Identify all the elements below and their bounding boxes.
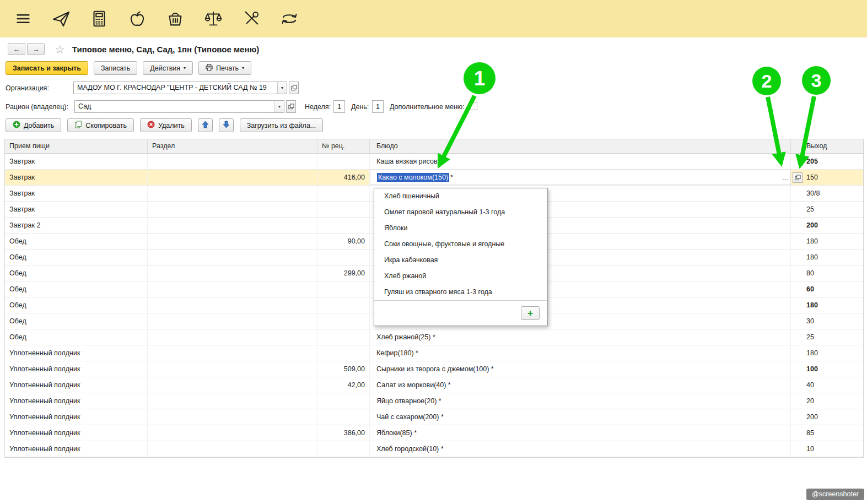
- cell-section[interactable]: [148, 425, 317, 441]
- cell-recipe-number[interactable]: [317, 186, 370, 201]
- cell-output[interactable]: 20: [791, 393, 863, 409]
- table-row[interactable]: Уплотненный полдник Яйцо отварное(20) * …: [5, 393, 863, 409]
- cell-recipe-number[interactable]: [317, 154, 370, 169]
- ration-open-button[interactable]: [286, 100, 296, 113]
- cell-recipe-number[interactable]: [317, 329, 370, 345]
- cell-section[interactable]: [148, 313, 317, 329]
- cell-output[interactable]: 30: [791, 313, 863, 329]
- dropdown-item[interactable]: Гуляш из отварного мяса 1-3 года: [374, 284, 547, 300]
- cell-meal[interactable]: Завтрак: [5, 154, 148, 169]
- cell-output[interactable]: 60: [791, 281, 863, 297]
- additional-menu-checkbox[interactable]: [469, 102, 477, 110]
- table-row[interactable]: Уплотненный полдник Хлеб городской(10) *…: [5, 441, 863, 457]
- cell-recipe-number[interactable]: 386,00: [317, 425, 370, 441]
- organization-dropdown-icon[interactable]: ▾: [277, 82, 287, 94]
- table-row[interactable]: Завтрак 416,00 Какао с молоком(150) *...…: [5, 170, 863, 186]
- cell-section[interactable]: [148, 250, 317, 265]
- cell-output[interactable]: 40: [791, 377, 863, 393]
- cell-output[interactable]: 180: [791, 250, 863, 265]
- dropdown-item[interactable]: Икра кабачковая: [374, 252, 547, 268]
- cell-output[interactable]: 30/8: [791, 186, 863, 201]
- cell-recipe-number[interactable]: 416,00: [317, 170, 370, 185]
- cell-recipe-number[interactable]: 299,00: [317, 265, 370, 281]
- dropdown-item[interactable]: Соки овощные, фруктовые и ягодные: [374, 236, 547, 252]
- organization-open-button[interactable]: [289, 82, 299, 94]
- cell-section[interactable]: [148, 409, 317, 425]
- send-icon[interactable]: [50, 8, 72, 30]
- cell-section[interactable]: [148, 170, 317, 185]
- delete-row-button[interactable]: Удалить: [140, 118, 192, 132]
- actions-button[interactable]: Действия ▾: [143, 61, 193, 75]
- table-row[interactable]: Завтрак Каша вязкая рисовая 205: [5, 154, 863, 170]
- cell-dish[interactable]: Каша вязкая рисовая: [370, 154, 791, 169]
- cell-recipe-number[interactable]: [317, 393, 370, 409]
- cell-output[interactable]: 85: [791, 425, 863, 441]
- dropdown-item[interactable]: Хлеб пшеничный: [374, 188, 547, 204]
- table-row[interactable]: Уплотненный полдник 386,00 Яблоки(85) * …: [5, 425, 863, 441]
- column-header-output[interactable]: Выход: [791, 139, 863, 153]
- cell-dish[interactable]: Яйцо отварное(20) *: [370, 393, 791, 409]
- cell-meal[interactable]: Уплотненный полдник: [5, 425, 148, 441]
- cell-section[interactable]: [148, 202, 317, 217]
- cell-section[interactable]: [148, 281, 317, 297]
- calculator-icon[interactable]: [88, 8, 110, 30]
- cell-section[interactable]: [148, 329, 317, 345]
- cell-output[interactable]: 180: [791, 297, 863, 313]
- forward-button[interactable]: →: [27, 43, 45, 55]
- cell-output[interactable]: 200: [791, 218, 863, 233]
- cell-meal[interactable]: Уплотненный полдник: [5, 361, 148, 377]
- cell-section[interactable]: [148, 154, 317, 169]
- cell-meal[interactable]: Завтрак: [5, 202, 148, 217]
- choose-dish-button[interactable]: ...: [780, 174, 791, 182]
- cell-recipe-number[interactable]: [317, 218, 370, 233]
- cell-dish[interactable]: Кефир(180) *: [370, 345, 791, 361]
- day-input[interactable]: [372, 100, 384, 113]
- cell-recipe-number[interactable]: 509,00: [317, 361, 370, 377]
- cell-section[interactable]: [148, 265, 317, 281]
- cell-section[interactable]: [148, 234, 317, 249]
- cell-meal[interactable]: Уплотненный полдник: [5, 393, 148, 409]
- cell-dish[interactable]: Салат из моркови(40) *: [370, 377, 791, 393]
- cell-meal[interactable]: Уплотненный полдник: [5, 441, 148, 457]
- cell-dish[interactable]: Чай с сахаром(200) *: [370, 409, 791, 425]
- table-row[interactable]: Уплотненный полдник Чай с сахаром(200) *…: [5, 409, 863, 425]
- cell-recipe-number[interactable]: 90,00: [317, 234, 370, 249]
- cell-meal[interactable]: Завтрак 2: [5, 218, 148, 233]
- copy-row-button[interactable]: Скопировать: [67, 118, 134, 132]
- cell-recipe-number[interactable]: [317, 250, 370, 265]
- cell-section[interactable]: [148, 361, 317, 377]
- back-button[interactable]: ←: [8, 43, 25, 55]
- cell-recipe-number[interactable]: [317, 409, 370, 425]
- table-row[interactable]: Уплотненный полдник 42,00 Салат из морко…: [5, 377, 863, 393]
- load-from-file-button[interactable]: Загрузить из файла...: [240, 118, 324, 132]
- move-down-button[interactable]: [219, 118, 234, 132]
- table-row[interactable]: Уплотненный полдник Кефир(180) * 180: [5, 345, 863, 361]
- cell-meal[interactable]: Обед: [5, 234, 148, 249]
- cell-meal[interactable]: Уплотненный полдник: [5, 345, 148, 361]
- organization-value[interactable]: МАДОУ МО Г. КРАСНОДАР "ЦЕНТР - ДЕТСКИЙ С…: [74, 82, 277, 94]
- cell-dish[interactable]: Хлеб городской(10) *: [370, 441, 791, 457]
- save-close-button[interactable]: Записать и закрыть: [6, 61, 88, 75]
- cell-meal[interactable]: Обед: [5, 281, 148, 297]
- open-dish-button[interactable]: [793, 172, 803, 183]
- ration-value[interactable]: Сад: [75, 101, 274, 112]
- cell-section[interactable]: [148, 377, 317, 393]
- cell-output[interactable]: 200: [791, 409, 863, 425]
- cell-meal[interactable]: Завтрак: [5, 186, 148, 201]
- cell-meal[interactable]: Завтрак: [5, 170, 148, 185]
- ration-dropdown-icon[interactable]: ▾: [274, 101, 284, 112]
- cell-meal[interactable]: Уплотненный полдник: [5, 409, 148, 425]
- cell-output[interactable]: 25: [791, 329, 863, 345]
- column-header-section[interactable]: Раздел: [148, 139, 317, 153]
- dropdown-add-button[interactable]: +: [521, 306, 540, 320]
- cell-dish[interactable]: Сырники из творога с джемом(100) *: [370, 361, 791, 377]
- cell-section[interactable]: [148, 186, 317, 201]
- basket-icon[interactable]: [164, 8, 186, 30]
- cell-meal[interactable]: Обед: [5, 313, 148, 329]
- column-header-dish[interactable]: Блюдо: [370, 139, 791, 153]
- cell-output[interactable]: 10: [791, 441, 863, 457]
- cell-meal[interactable]: Обед: [5, 250, 148, 265]
- cell-meal[interactable]: Обед: [5, 297, 148, 313]
- dropdown-item[interactable]: Хлеб ржаной: [374, 268, 547, 284]
- week-input[interactable]: [333, 100, 345, 113]
